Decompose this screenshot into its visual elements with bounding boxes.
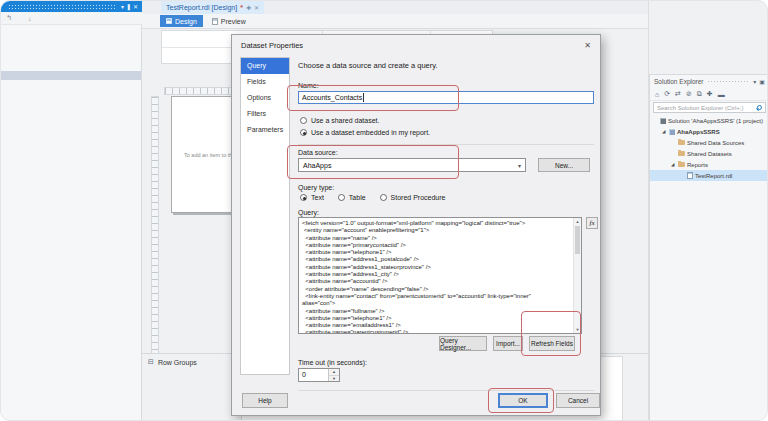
ok-button[interactable]: OK xyxy=(498,393,548,408)
toolbox-panel: ▾ ❚ ✕ ↰↓ xyxy=(1,1,142,421)
solution-explorer-header[interactable]: Solution Explorer ▾ ▣ xyxy=(650,75,768,88)
step-up-icon[interactable]: ▲ xyxy=(329,369,339,376)
dialog-nav-filters[interactable]: Filters xyxy=(241,106,289,122)
tree-item-testreport-rdl[interactable]: TestReport.rdl xyxy=(650,170,768,181)
scrollbar-thumb[interactable] xyxy=(575,226,580,254)
radio-icon[interactable] xyxy=(300,194,307,201)
toolbox-tool-icon[interactable]: ↓ xyxy=(28,15,32,22)
query-line: <attribute name="telephone1" /> xyxy=(302,315,570,322)
query-line: <attribute name="fullname" /> xyxy=(302,308,570,315)
tab-preview[interactable]: Preview xyxy=(212,18,246,25)
query-line: <attribute name="accountid" /> xyxy=(302,278,570,285)
view-toolbar: Design Preview xyxy=(142,14,648,29)
preview-tab-label: Preview xyxy=(221,18,246,25)
query-line: <link-entity name="contact" from="parent… xyxy=(302,293,570,300)
expand-arrow-icon[interactable]: ◢ xyxy=(662,129,667,134)
dialog-nav-options[interactable]: Options xyxy=(241,90,289,106)
tab-design[interactable]: Design xyxy=(160,15,203,27)
dataset-properties-dialog: Dataset Properties ✕ QueryFieldsOptionsF… xyxy=(231,34,601,416)
explorer-tool-icon[interactable]: ✚ xyxy=(707,90,713,98)
explorer-tool-icon[interactable]: ▬ xyxy=(718,91,725,98)
radio-shared-label: Use a shared dataset. xyxy=(311,117,380,124)
query-type-option-label: Stored Procedure xyxy=(391,194,446,201)
tree-item-shared-data-sources[interactable]: Shared Data Sources xyxy=(650,137,768,148)
stepper-arrows[interactable]: ▲▼ xyxy=(328,369,339,381)
toolbox-tool-icon[interactable]: ↰ xyxy=(6,14,12,22)
tab-promote-icon[interactable]: ✚ xyxy=(246,4,251,11)
radio-embedded-dataset[interactable]: Use a dataset embedded in my report. xyxy=(300,129,430,136)
report-icon xyxy=(687,172,693,179)
radio-shared-dataset[interactable]: Use a shared dataset. xyxy=(300,117,380,124)
dialog-nav-query[interactable]: Query xyxy=(241,58,289,74)
row-groups-header[interactable]: ⊟ Row Groups xyxy=(148,358,197,366)
query-line: <attribute name="address1_stateorprovinc… xyxy=(302,264,570,271)
explorer-tool-icon[interactable]: ⊘ xyxy=(686,90,692,98)
scroll-up-icon[interactable]: ▲ xyxy=(574,219,581,224)
dialog-titlebar[interactable]: Dataset Properties ✕ xyxy=(232,35,600,55)
data-source-dropdown[interactable]: AhaApps ▾ xyxy=(298,158,526,172)
help-button[interactable]: Help xyxy=(242,393,288,408)
scroll-down-icon[interactable]: ▼ xyxy=(574,327,581,332)
close-icon[interactable]: ✕ xyxy=(584,41,591,50)
query-textarea[interactable]: <fetch version="1.0" output-format="xml-… xyxy=(298,217,582,334)
panel-grip[interactable] xyxy=(8,4,116,9)
tab-close-icon[interactable]: ✕ xyxy=(254,4,259,11)
dialog-nav-parameters[interactable]: Parameters xyxy=(241,122,289,138)
radio-icon[interactable] xyxy=(380,194,387,201)
query-line: <attribute name="parentcustomerid" /> xyxy=(302,329,570,334)
pin-icon[interactable]: ▣ xyxy=(759,78,765,85)
solution-explorer-toolbar: ⌂⟳⇄⊘⧉✚▬ xyxy=(650,88,768,101)
row-groups-label: Row Groups xyxy=(158,359,197,366)
step-down-icon[interactable]: ▼ xyxy=(329,376,339,382)
expression-fx-button[interactable]: fx xyxy=(586,217,598,229)
tree-item-ahaappsssrs[interactable]: ◢AhaAppsSSRS xyxy=(650,126,768,137)
dataset-name-input[interactable]: Accounts_Contacts xyxy=(298,91,594,104)
radio-query-type-stored-procedure[interactable]: Stored Procedure xyxy=(380,194,446,201)
explorer-tool-icon[interactable]: ⧉ xyxy=(697,90,702,98)
tree-item-label: Solution 'AhaAppsSSRS' (1 project) xyxy=(668,118,763,124)
query-designer-button[interactable]: Query Designer... xyxy=(439,336,487,351)
folder-icon xyxy=(678,140,685,145)
tree-item-solution-ahaappsssrs-1-project[interactable]: Solution 'AhaAppsSSRS' (1 project) xyxy=(650,115,768,126)
refresh-fields-button[interactable]: Refresh Fields xyxy=(529,336,575,351)
tree-item-shared-datasets[interactable]: Shared Datasets xyxy=(650,148,768,159)
query-scrollbar[interactable]: ▲ ▼ xyxy=(573,218,581,333)
toolbox-toolbar: ↰↓ xyxy=(1,12,142,25)
solution-tree: Solution 'AhaAppsSSRS' (1 project)◢AhaAp… xyxy=(650,115,768,181)
search-icon xyxy=(757,105,762,110)
window-position-icon[interactable]: ▾ xyxy=(753,78,756,85)
explorer-tool-icon[interactable]: ⟳ xyxy=(664,90,670,98)
name-label: Name: xyxy=(298,82,319,89)
dialog-nav-fields[interactable]: Fields xyxy=(241,74,289,90)
project-icon xyxy=(669,129,675,135)
tree-item-reports[interactable]: ◢Reports xyxy=(650,159,768,170)
expand-arrow-icon[interactable]: ◢ xyxy=(671,162,676,167)
toolbox-panel-header[interactable]: ▾ ❚ ✕ xyxy=(1,1,142,12)
close-icon[interactable]: ✕ xyxy=(133,4,138,10)
solution-search-box[interactable]: Search Solution Explorer (Ctrl+;) xyxy=(653,102,766,113)
radio-selected-icon[interactable] xyxy=(300,129,307,136)
radio-icon[interactable] xyxy=(300,117,307,124)
folder-icon xyxy=(678,151,685,156)
pin-icon[interactable]: ❚ xyxy=(126,4,131,10)
explorer-tool-icon[interactable]: ⇄ xyxy=(675,90,681,98)
panel-grip[interactable] xyxy=(707,80,751,84)
radio-query-type-text[interactable]: Text xyxy=(300,194,324,201)
query-line: <entity name="account" enableprefilterin… xyxy=(302,227,570,234)
import-button[interactable]: Import... xyxy=(493,336,523,351)
explorer-tool-icon[interactable]: ⌂ xyxy=(655,91,659,98)
text-caret xyxy=(363,93,364,102)
cancel-button[interactable]: Cancel xyxy=(556,393,600,408)
divider xyxy=(298,390,594,391)
radio-icon[interactable] xyxy=(338,194,345,201)
toolbox-selected-band[interactable] xyxy=(1,71,141,80)
divider xyxy=(298,144,594,145)
radio-query-type-table[interactable]: Table xyxy=(338,194,366,201)
timeout-stepper[interactable]: 0 ▲▼ xyxy=(298,368,340,382)
new-data-source-button[interactable]: New... xyxy=(538,158,590,172)
design-surface-placeholder: To add an item to th xyxy=(184,152,232,158)
document-tab-label: TestReport.rdl [Design] xyxy=(166,4,237,11)
window-position-icon[interactable]: ▾ xyxy=(121,4,124,10)
document-tab[interactable]: TestReport.rdl [Design]* ✚ ✕ xyxy=(161,1,264,14)
data-source-label: Data source: xyxy=(298,149,338,156)
